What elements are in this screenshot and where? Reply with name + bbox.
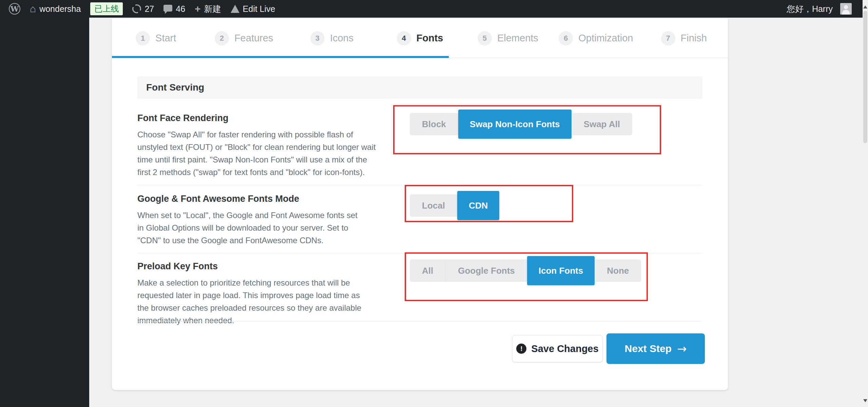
avatar xyxy=(840,3,852,15)
update-icon xyxy=(132,4,141,13)
tab-fonts[interactable]: 4 Fonts xyxy=(376,19,464,58)
tab-optimization[interactable]: 6 Optimization xyxy=(552,19,640,58)
wordpress-logo-icon: W xyxy=(9,3,20,15)
wordpress-menu[interactable]: W xyxy=(4,0,25,18)
divider xyxy=(137,253,702,253)
comments-menu[interactable]: 46 xyxy=(159,0,190,18)
setting-google-fontawesome-mode: Google & Font Awesome Fonts Mode When se… xyxy=(137,194,361,247)
setting-title: Preload Key Fonts xyxy=(137,261,367,272)
next-step-button[interactable]: Next Step → xyxy=(606,333,705,364)
updates-menu[interactable]: 27 xyxy=(128,0,159,18)
edit-live-label: Edit Live xyxy=(243,4,275,14)
step-number: 7 xyxy=(661,31,675,45)
option-swap-all[interactable]: Swap All xyxy=(572,113,632,135)
google-fontawesome-mode-options: Local CDN xyxy=(410,191,499,220)
tab-start[interactable]: 1 Start xyxy=(112,19,200,58)
comment-icon xyxy=(163,5,172,12)
admin-bar-left: W ⌂ wondersha 已上线 27 46 + 新建 Edit Live xyxy=(4,0,280,18)
scroll-up-arrow-icon[interactable] xyxy=(863,3,867,8)
step-number: 3 xyxy=(310,31,325,45)
setting-font-face-rendering: Font Face Rendering Choose "Swap All" fo… xyxy=(137,113,379,178)
tab-finish[interactable]: 7 Finish xyxy=(640,19,728,58)
arrow-right-icon: → xyxy=(677,343,687,354)
section-header: Font Serving xyxy=(137,76,702,99)
divider xyxy=(137,185,702,185)
step-number: 1 xyxy=(136,31,150,45)
option-all[interactable]: All xyxy=(410,259,445,282)
step-number: 5 xyxy=(478,31,492,45)
new-content-menu[interactable]: + 新建 xyxy=(190,0,226,18)
site-link[interactable]: ⌂ wondersha xyxy=(25,0,85,18)
wizard-steps: 1 Start 2 Features 3 Icons 4 Fonts 5 Ele… xyxy=(112,19,728,58)
account-menu[interactable]: 您好，Harry xyxy=(782,0,856,18)
option-local[interactable]: Local xyxy=(410,194,457,217)
setting-description: When set to "Local", the Google and Font… xyxy=(137,209,361,247)
option-icon-fonts[interactable]: Icon Fonts xyxy=(527,256,595,285)
option-none[interactable]: None xyxy=(595,259,641,282)
setup-wizard-card: 1 Start 2 Features 3 Icons 4 Fonts 5 Ele… xyxy=(112,19,728,390)
admin-bar: W ⌂ wondersha 已上线 27 46 + 新建 Edit Live 您… xyxy=(0,0,863,18)
setting-description: Choose "Swap All" for faster rendering w… xyxy=(137,128,379,178)
site-status: 已上线 xyxy=(85,0,128,18)
option-swap-non-icon-fonts[interactable]: Swap Non-Icon Fonts xyxy=(458,110,572,139)
admin-sidebar xyxy=(0,18,89,407)
font-face-rendering-options: Block Swap Non-Icon Fonts Swap All xyxy=(410,110,632,139)
preload-key-fonts-options: All Google Fonts Icon Fonts None xyxy=(410,256,641,285)
step-label: Icons xyxy=(330,33,353,44)
step-number: 2 xyxy=(215,31,229,45)
status-badge: 已上线 xyxy=(90,2,123,15)
save-changes-label: Save Changes xyxy=(531,343,598,354)
step-label: Features xyxy=(234,33,273,44)
active-step-underline xyxy=(112,56,449,58)
info-circle-icon: ! xyxy=(516,344,526,354)
tab-elements[interactable]: 5 Elements xyxy=(464,19,552,58)
tab-features[interactable]: 2 Features xyxy=(200,19,288,58)
scroll-down-arrow-icon[interactable] xyxy=(863,399,867,404)
setting-title: Google & Font Awesome Fonts Mode xyxy=(137,194,361,204)
greeting-text: 您好，Harry xyxy=(787,3,833,15)
edit-live-menu[interactable]: Edit Live xyxy=(226,0,280,18)
step-label: Start xyxy=(155,33,176,44)
option-cdn[interactable]: CDN xyxy=(457,191,499,220)
admin-bar-right: 您好，Harry xyxy=(782,0,856,18)
setting-title: Font Face Rendering xyxy=(137,113,379,123)
update-count: 27 xyxy=(144,4,154,14)
avada-icon xyxy=(231,5,239,13)
site-name: wondersha xyxy=(39,4,81,14)
tab-icons[interactable]: 3 Icons xyxy=(288,19,376,58)
comment-count: 46 xyxy=(176,4,185,14)
step-label: Optimization xyxy=(578,33,633,44)
save-changes-button[interactable]: ! Save Changes xyxy=(512,335,603,362)
option-google-fonts[interactable]: Google Fonts xyxy=(445,259,527,282)
scrollbar-thumb[interactable] xyxy=(863,11,867,143)
setting-preload-key-fonts: Preload Key Fonts Make a selection to pr… xyxy=(137,261,367,327)
new-label: 新建 xyxy=(204,3,221,15)
step-label: Finish xyxy=(681,33,707,44)
divider xyxy=(137,321,702,322)
plus-icon: + xyxy=(195,4,201,14)
vertical-scrollbar[interactable] xyxy=(863,0,868,407)
step-label: Fonts xyxy=(417,33,443,44)
home-icon: ⌂ xyxy=(30,4,36,14)
setting-description: Make a selection to prioritize fetching … xyxy=(137,276,367,327)
step-label: Elements xyxy=(497,33,538,44)
step-number: 4 xyxy=(397,31,411,45)
step-number: 6 xyxy=(559,31,573,45)
next-step-label: Next Step xyxy=(625,343,672,354)
option-block[interactable]: Block xyxy=(410,113,458,135)
